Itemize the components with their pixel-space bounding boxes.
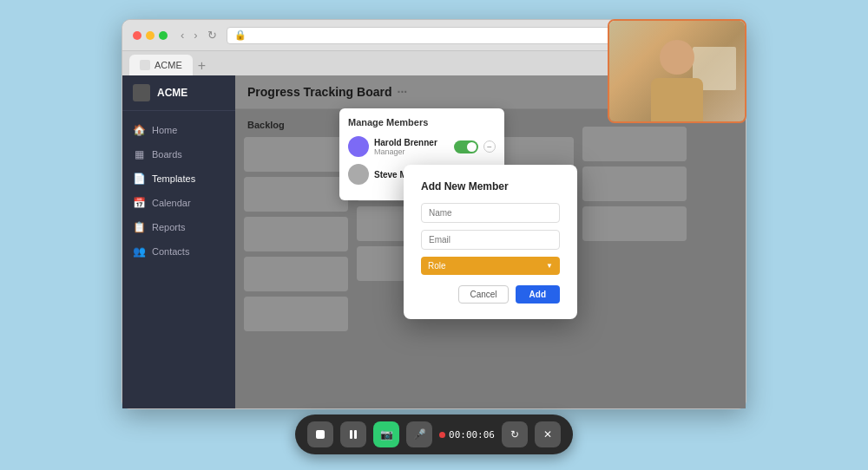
person-head bbox=[660, 40, 694, 75]
role-label: Role bbox=[428, 261, 446, 271]
dialog-title: Add New Member bbox=[421, 180, 560, 193]
recording-time: 00:00:06 bbox=[449, 429, 495, 441]
sidebar-item-calendar[interactable]: 📅 Calendar bbox=[122, 191, 235, 215]
sidebar-nav: 🏠 Home ▦ Boards 📄 Templates 📅 Calendar 📋 bbox=[122, 111, 235, 408]
sidebar-label-calendar: Calendar bbox=[152, 198, 191, 208]
reports-icon: 📋 bbox=[133, 221, 145, 233]
app-content: ACME 🏠 Home ▦ Boards 📄 Templates 📅 Calen bbox=[122, 75, 746, 408]
chevron-down-icon: ▼ bbox=[546, 262, 553, 270]
close-icon: ✕ bbox=[543, 428, 552, 441]
sidebar-item-home[interactable]: 🏠 Home bbox=[122, 118, 235, 142]
close-button[interactable]: ✕ bbox=[535, 421, 561, 447]
timer-section: 00:00:06 bbox=[439, 429, 495, 441]
sidebar: ACME 🏠 Home ▦ Boards 📄 Templates 📅 Calen bbox=[122, 75, 235, 408]
dialog-actions: Cancel Add bbox=[421, 285, 560, 304]
role-dropdown[interactable]: Role ▼ bbox=[421, 257, 560, 275]
webcam-overlay bbox=[608, 19, 746, 123]
traffic-lights bbox=[133, 31, 168, 40]
home-icon: 🏠 bbox=[133, 124, 145, 136]
add-button[interactable]: Add bbox=[516, 285, 560, 304]
recording-bar: 📷 🎤 00:00:06 ↻ ✕ bbox=[295, 415, 573, 454]
tab-favicon bbox=[140, 60, 150, 70]
dialog-overlay: Add New Member Role ▼ Cancel Add bbox=[235, 75, 746, 408]
pause-button[interactable] bbox=[340, 421, 366, 447]
sidebar-header: ACME bbox=[122, 75, 235, 111]
stop-icon bbox=[316, 430, 325, 439]
boards-icon: ▦ bbox=[133, 148, 145, 160]
stop-button[interactable] bbox=[307, 421, 333, 447]
minimize-traffic-light[interactable] bbox=[146, 31, 155, 40]
nav-controls: ‹ › ↻ bbox=[178, 28, 220, 42]
refresh-icon: ↻ bbox=[510, 428, 519, 441]
back-button[interactable]: ‹ bbox=[178, 28, 187, 42]
person-body bbox=[651, 78, 703, 121]
close-traffic-light[interactable] bbox=[133, 31, 141, 40]
templates-icon: 📄 bbox=[133, 173, 145, 185]
add-member-dialog: Add New Member Role ▼ Cancel Add bbox=[404, 165, 577, 319]
name-field[interactable] bbox=[421, 203, 560, 223]
forward-button[interactable]: › bbox=[191, 28, 200, 42]
sidebar-label-home: Home bbox=[152, 125, 177, 135]
sidebar-title: ACME bbox=[157, 87, 187, 99]
tab-label: ACME bbox=[155, 60, 182, 70]
contacts-icon: 👥 bbox=[133, 245, 145, 258]
email-field[interactable] bbox=[421, 230, 560, 250]
pause-bar-1 bbox=[350, 430, 352, 439]
sidebar-item-contacts[interactable]: 👥 Contacts bbox=[122, 239, 235, 264]
pause-icon bbox=[350, 430, 357, 439]
browser-tab[interactable]: ACME bbox=[129, 55, 193, 75]
sidebar-label-templates: Templates bbox=[152, 173, 195, 184]
camera-button[interactable]: 📷 bbox=[373, 421, 399, 447]
sidebar-label-boards: Boards bbox=[152, 149, 182, 160]
microphone-icon: 🎤 bbox=[413, 428, 426, 441]
cancel-button[interactable]: Cancel bbox=[458, 285, 508, 304]
person-figure bbox=[651, 40, 703, 121]
maximize-traffic-light[interactable] bbox=[159, 31, 168, 40]
main-content: Progress Tracking Board ··· Backlog bbox=[235, 75, 746, 408]
recording-dot bbox=[439, 432, 445, 438]
webcam-feed bbox=[609, 21, 745, 121]
sidebar-label-contacts: Contacts bbox=[152, 246, 189, 257]
lock-icon: 🔒 bbox=[234, 29, 247, 41]
webcam-content bbox=[609, 21, 745, 121]
pause-bar-2 bbox=[354, 430, 357, 439]
camera-icon: 📷 bbox=[380, 428, 393, 441]
sidebar-label-reports: Reports bbox=[152, 222, 186, 232]
calendar-icon: 📅 bbox=[133, 197, 145, 209]
sidebar-item-templates[interactable]: 📄 Templates bbox=[122, 166, 235, 191]
sidebar-item-reports[interactable]: 📋 Reports bbox=[122, 215, 235, 239]
refresh-button[interactable]: ↻ bbox=[502, 421, 528, 447]
audio-button[interactable]: 🎤 bbox=[406, 421, 432, 447]
refresh-button[interactable]: ↻ bbox=[205, 28, 220, 42]
new-tab-button[interactable]: + bbox=[196, 56, 207, 75]
sidebar-item-boards[interactable]: ▦ Boards bbox=[122, 142, 235, 166]
sidebar-logo bbox=[133, 84, 150, 101]
